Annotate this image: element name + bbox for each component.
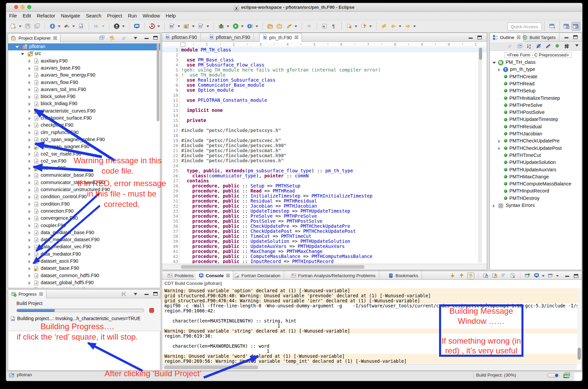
clear-console-icon[interactable] xyxy=(509,272,516,279)
collapse-all-icon[interactable] xyxy=(516,43,524,50)
expander-icon[interactable] xyxy=(21,53,24,57)
outline-item[interactable]: PMTHCheckUpdatePre xyxy=(490,138,582,145)
skip-breakpoints-icon[interactable] xyxy=(93,23,100,30)
display-console-icon[interactable] xyxy=(533,272,540,279)
close-view-icon[interactable]: ☒ xyxy=(39,292,43,297)
new-fortran-project-dropdown-icon[interactable] xyxy=(191,23,195,30)
view-menu-icon[interactable] xyxy=(134,293,137,297)
resize-grip[interactable] xyxy=(574,373,583,381)
link-editor-icon[interactable] xyxy=(306,23,313,30)
filters-icon[interactable] xyxy=(563,43,571,50)
tree-item-file[interactable]: .cdata_mediator_vec.F90 xyxy=(8,244,160,251)
expander-icon[interactable] xyxy=(29,153,32,156)
maximize-view-icon[interactable] xyxy=(574,274,578,278)
run-dropdown-icon[interactable] xyxy=(240,23,244,30)
tree-item-file[interactable]: .ccheckpoint.F90 xyxy=(8,122,160,129)
link-outline-icon[interactable] xyxy=(507,43,514,50)
tree-item-file[interactable]: .cauxvars_flow_energy.F90 xyxy=(8,72,160,79)
save-icon[interactable] xyxy=(24,23,32,30)
outline-item[interactable]: PMTHDestroy xyxy=(490,195,582,202)
outline-item-root[interactable]: MPM_TH_class xyxy=(490,59,582,66)
editor-tab-pflotran_rxn.F90[interactable]: Fpflotran_rxn.F90 xyxy=(206,33,254,42)
tree-item-file[interactable]: .cdataset_gridded_hdf5.F90 xyxy=(8,287,160,288)
external-tools-icon[interactable] xyxy=(148,23,156,30)
build-project-dropdown-icon[interactable] xyxy=(72,23,76,30)
tree-item-file[interactable]: .cdata_mediator_dataset.F90 xyxy=(8,236,160,244)
expander-icon[interactable] xyxy=(29,124,32,127)
code-area[interactable]: 1module PM_TH_class23 use PM_Base_class4… xyxy=(162,47,487,263)
open-console-icon[interactable]: + xyxy=(547,272,554,279)
outline-item[interactable]: PMTHCheckUpdatePost xyxy=(490,145,582,152)
outline-item[interactable]: PMTHRead xyxy=(490,81,582,88)
search-icon[interactable] xyxy=(285,23,293,30)
next-annotation-icon[interactable] xyxy=(346,23,353,30)
tree-item-file[interactable]: .cconvergence.F90 xyxy=(8,215,160,222)
tree-item-file[interactable]: .ccheckpoint_surface.F90 xyxy=(8,115,160,122)
expander-icon[interactable] xyxy=(29,174,32,177)
search-dropdown-icon[interactable] xyxy=(294,23,298,30)
expander-icon[interactable] xyxy=(29,138,32,142)
maximize-view-icon[interactable] xyxy=(573,35,578,39)
new-wizard-dropdown-icon[interactable] xyxy=(18,23,22,30)
expander-icon[interactable] xyxy=(29,74,32,77)
previous-match-icon[interactable] xyxy=(458,272,465,279)
tree-item-file[interactable]: .cblock_tridiag.F90 xyxy=(8,100,160,107)
pin-console-icon[interactable] xyxy=(491,272,498,279)
expander-icon[interactable] xyxy=(498,147,502,150)
tab-project-explorer[interactable]: Project Explorer ☒ xyxy=(8,34,61,42)
outline-item[interactable]: PMTHTimeCut xyxy=(490,152,582,159)
show-whitespace-icon[interactable]: ¶ xyxy=(330,23,338,30)
expander-icon[interactable] xyxy=(29,253,32,256)
expander-icon[interactable] xyxy=(15,46,19,50)
console-horizontal-scrollbar[interactable] xyxy=(162,364,577,370)
outline-item[interactable]: PMTHMaxChange xyxy=(490,174,582,181)
open-console-icon[interactable] xyxy=(133,23,141,30)
outline-item[interactable]: PMTHCreate xyxy=(490,74,582,81)
menu-item[interactable]: Run xyxy=(128,12,137,20)
expander-icon[interactable] xyxy=(29,210,32,213)
previous-annotation-dropdown-icon[interactable] xyxy=(368,23,373,30)
outline-item[interactable]: PMTHUpdateAuxVars xyxy=(490,167,582,174)
hide-nonpublic-icon[interactable] xyxy=(554,43,561,50)
forward-icon[interactable] xyxy=(404,23,411,30)
console-tab-Fortran Analysis/Refactoring Problems[interactable]: Fortran Analysis/Refactoring Problems xyxy=(288,271,379,280)
expander-icon[interactable] xyxy=(29,260,32,263)
back-dropdown-icon[interactable] xyxy=(398,23,402,30)
console-tab-Problems[interactable]: Problems xyxy=(164,271,197,280)
outline-item[interactable]: PMTHPostSolve xyxy=(490,109,582,116)
word-wrap-icon[interactable] xyxy=(500,272,507,279)
new-fortran-source-dropdown-icon[interactable] xyxy=(206,23,210,30)
new-wizard-icon[interactable] xyxy=(10,23,17,30)
quick-access-field[interactable]: Quick Access xyxy=(507,23,542,31)
scroll-lock-icon[interactable] xyxy=(482,272,489,279)
close-view-icon[interactable]: ☒ xyxy=(53,36,57,41)
minimize-editor-icon[interactable] xyxy=(469,36,473,39)
expander-icon[interactable] xyxy=(29,95,32,99)
tree-item-file[interactable]: .c!dataset_ascii.F90 xyxy=(8,258,160,265)
tree-item-file[interactable]: .c!characteristic_curves.F90 xyxy=(8,108,160,115)
run-history-dropdown-icon[interactable] xyxy=(255,23,259,30)
outline-item-syntax-errors[interactable]: Syntax Errors xyxy=(490,202,582,209)
editor-tab-pm_th.F90[interactable]: Fpm_th.F90☒ xyxy=(259,33,302,42)
view-menu-icon[interactable] xyxy=(575,44,579,48)
expander-icon[interactable] xyxy=(493,62,496,66)
expander-icon[interactable] xyxy=(498,68,502,72)
tree-item-file[interactable]: .cdata_mediator_base.F90 xyxy=(8,229,160,236)
tree-item-file[interactable]: .cauxiliary.F90 xyxy=(8,58,160,65)
tree-item-file[interactable]: .cdataset_global_hdf5.F90 xyxy=(8,279,160,287)
close-tab-icon[interactable]: ☒ xyxy=(295,35,299,40)
cpp-perspective-button[interactable]: C xyxy=(562,22,571,31)
new-fortran-file-dropdown-icon[interactable] xyxy=(177,23,181,30)
outline-item[interactable]: Tpm_th_type xyxy=(490,66,582,73)
editor-horizontal-scrollbar[interactable] xyxy=(162,264,487,270)
forward-dropdown-icon[interactable] xyxy=(413,23,417,30)
new-fortran-file-icon[interactable]: F+ xyxy=(168,23,176,30)
tree-item-file[interactable]: .cclm_rspfuncs.F90 xyxy=(8,129,160,136)
open-console-dropdown-icon[interactable] xyxy=(555,272,559,279)
expander-icon[interactable] xyxy=(29,267,32,270)
minimize-view-icon[interactable] xyxy=(145,292,149,295)
link-with-editor-icon[interactable] xyxy=(108,35,116,41)
sort-icon[interactable]: az xyxy=(526,43,533,50)
expander-icon[interactable] xyxy=(29,231,32,234)
expander-icon[interactable] xyxy=(29,59,32,63)
